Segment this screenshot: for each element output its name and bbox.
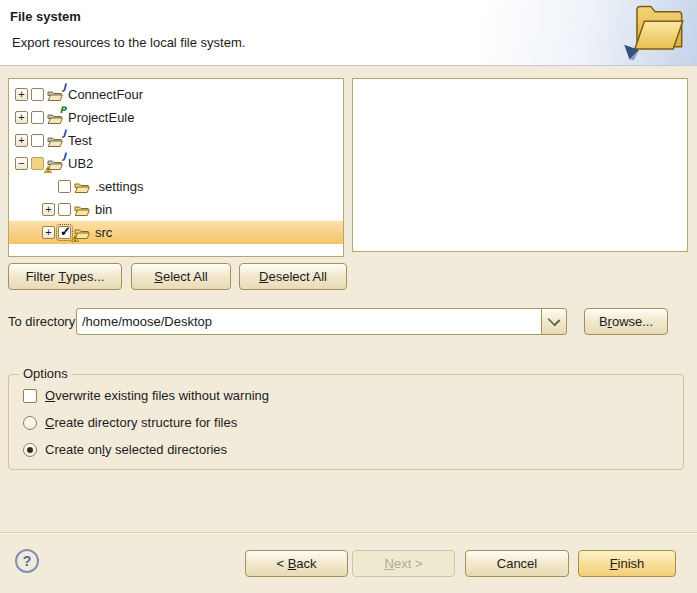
create-only-selected-label: Create only selected directories [45, 442, 227, 457]
finish-button[interactable]: Finish [578, 550, 676, 577]
create-directory-structure-radio[interactable] [23, 416, 37, 430]
options-group: Options Overwrite existing files without… [8, 374, 684, 470]
folder-icon [74, 180, 90, 194]
tree-item-settings[interactable]: .settings [9, 175, 343, 198]
footer-separator [0, 532, 697, 534]
tree-item-test[interactable]: + J Test [9, 129, 343, 152]
tree-item-ub2[interactable]: − J UB2 [9, 152, 343, 175]
help-button[interactable]: ? [15, 549, 39, 573]
tree-item-connectfour[interactable]: + J ConnectFour [9, 83, 343, 106]
java-overlay-badge: J [63, 152, 66, 161]
collapse-toggle-icon[interactable]: − [15, 157, 28, 170]
tree-item-label: bin [93, 202, 112, 217]
tree-item-src[interactable]: + src [9, 221, 343, 244]
next-button: Next > [352, 550, 455, 577]
warning-overlay-icon [44, 166, 52, 173]
tree-item-label: ProjectEule [66, 110, 134, 125]
create-directory-structure-label: Create directory structure for files [45, 415, 237, 430]
expand-toggle-icon[interactable]: + [42, 226, 55, 239]
tree-item-projecteule[interactable]: + P ProjectEule [9, 106, 343, 129]
java-overlay-badge: J [63, 129, 66, 138]
project-overlay-badge: P [59, 106, 66, 115]
expand-toggle-icon[interactable]: + [15, 88, 28, 101]
chevron-down-icon [548, 313, 561, 326]
bin-checkbox[interactable] [58, 203, 71, 216]
overwrite-checkbox[interactable] [23, 389, 37, 403]
expand-toggle-icon[interactable]: + [15, 111, 28, 124]
test-checkbox[interactable] [31, 134, 44, 147]
directory-dropdown-button[interactable] [541, 308, 567, 335]
folder-icon [74, 203, 90, 217]
options-group-title: Options [19, 366, 72, 381]
cancel-button[interactable]: Cancel [465, 550, 569, 577]
overwrite-option[interactable]: Overwrite existing files without warning [23, 388, 683, 403]
browse-button[interactable]: Browse... [584, 308, 668, 335]
java-overlay-badge: J [63, 83, 66, 92]
deselect-all-button[interactable]: Deselect All [239, 263, 347, 290]
create-directory-structure-option[interactable]: Create directory structure for files [23, 415, 683, 430]
page-description: Export resources to the local file syste… [12, 35, 245, 50]
tree-item-label: .settings [93, 179, 143, 194]
wizard-header: File system Export resources to the loca… [0, 0, 697, 66]
ub2-checkbox[interactable] [31, 157, 44, 170]
create-only-selected-option[interactable]: Create only selected directories [23, 442, 683, 457]
page-title: File system [10, 9, 81, 24]
java-project-folder-icon: J [47, 88, 63, 102]
tree-item-label: ConnectFour [66, 87, 143, 102]
tree-item-label: Test [66, 133, 92, 148]
tree-item-label: src [93, 225, 112, 240]
directory-value: /home/moose/Desktop [82, 314, 212, 329]
select-all-button[interactable]: Select All [131, 263, 231, 290]
warning-overlay-icon [71, 235, 79, 242]
create-only-selected-radio[interactable] [23, 443, 37, 457]
file-list-panel[interactable] [352, 78, 688, 252]
directory-combo-input[interactable]: /home/moose/Desktop [76, 308, 542, 335]
expand-toggle-icon[interactable]: + [15, 134, 28, 147]
tree-item-label: UB2 [66, 156, 93, 171]
question-mark-icon: ? [23, 553, 32, 569]
overwrite-label: Overwrite existing files without warning [45, 388, 269, 403]
src-checkbox[interactable] [58, 226, 71, 239]
connectfour-checkbox[interactable] [31, 88, 44, 101]
resource-tree-panel[interactable]: + J ConnectFour + P ProjectEule + J [8, 78, 344, 257]
projecteule-checkbox[interactable] [31, 111, 44, 124]
java-project-folder-icon: J [47, 157, 63, 171]
settings-checkbox[interactable] [58, 180, 71, 193]
project-folder-icon: P [47, 111, 63, 125]
tree-item-bin[interactable]: + bin [9, 198, 343, 221]
folder-icon [74, 226, 90, 240]
expand-toggle-icon[interactable]: + [42, 203, 55, 216]
to-directory-label: To directory: [8, 308, 79, 335]
filter-types-button[interactable]: Filter Types... [8, 263, 122, 290]
export-folder-icon [621, 2, 687, 64]
back-button[interactable]: < Back [245, 550, 348, 577]
java-project-folder-icon: J [47, 134, 63, 148]
